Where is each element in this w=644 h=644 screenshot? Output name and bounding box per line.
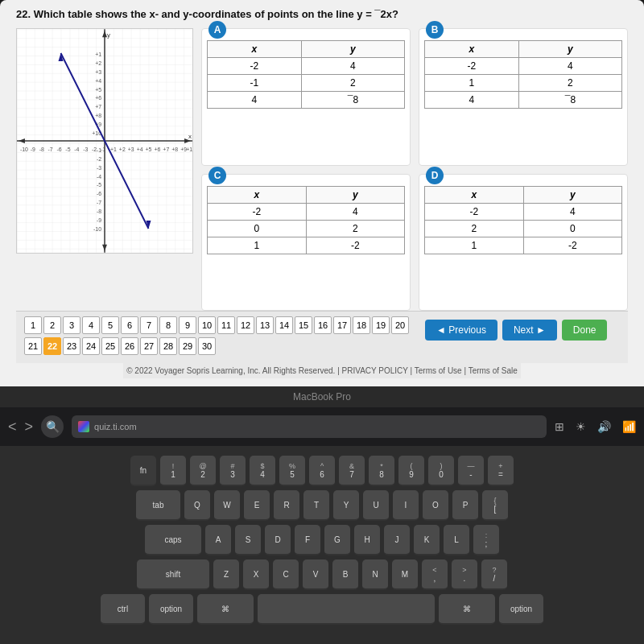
key-option[interactable]: option: [149, 594, 193, 625]
address-bar[interactable]: quiz.ti.com: [72, 415, 547, 438]
nav-number-5[interactable]: 5: [101, 316, 119, 334]
nav-number-16[interactable]: 16: [314, 316, 332, 334]
done-button[interactable]: Done: [562, 320, 608, 341]
favicon-icon: [78, 421, 89, 432]
key-ctrl[interactable]: ctrl: [101, 594, 145, 625]
previous-button[interactable]: ◄ Previous: [425, 320, 497, 341]
key-rparen[interactable]: )0: [428, 456, 454, 486]
key-v[interactable]: V: [303, 559, 328, 590]
option-d[interactable]: D xy -24 20 1-2: [419, 174, 628, 312]
nav-number-17[interactable]: 17: [333, 316, 351, 334]
nav-number-26[interactable]: 26: [121, 337, 138, 355]
key-w[interactable]: W: [214, 490, 240, 521]
nav-number-10[interactable]: 10: [198, 316, 216, 334]
key-fn[interactable]: fn: [130, 456, 156, 486]
nav-number-23[interactable]: 23: [63, 337, 80, 355]
key-j[interactable]: J: [384, 525, 410, 555]
option-c[interactable]: C xy -24 02 1-2: [201, 174, 411, 312]
back-button[interactable]: <: [8, 419, 17, 436]
key-q[interactable]: Q: [184, 490, 210, 521]
svg-text:-10: -10: [93, 226, 101, 232]
volume-icon[interactable]: 🔊: [597, 420, 611, 433]
key-i[interactable]: I: [393, 490, 419, 521]
option-a[interactable]: A xy -24 -12 4¯8: [201, 28, 411, 166]
key-r[interactable]: R: [274, 490, 299, 521]
nav-number-11[interactable]: 11: [217, 316, 235, 334]
key-b[interactable]: B: [332, 559, 358, 590]
key-cmd-left[interactable]: ⌘: [197, 594, 254, 625]
key-y[interactable]: Y: [333, 490, 359, 521]
nav-number-7[interactable]: 7: [140, 316, 158, 334]
key-h[interactable]: H: [354, 525, 380, 555]
key-option-right[interactable]: option: [499, 594, 543, 625]
nav-number-24[interactable]: 24: [82, 337, 100, 355]
forward-button[interactable]: >: [25, 419, 34, 436]
nav-number-1[interactable]: 1: [24, 316, 42, 334]
brightness-icon[interactable]: ☀: [576, 420, 586, 433]
key-c[interactable]: C: [273, 559, 299, 590]
next-button[interactable]: Next ►: [502, 320, 557, 341]
window-icon[interactable]: ⊞: [555, 420, 564, 433]
key-plus[interactable]: +=: [488, 456, 514, 486]
key-a[interactable]: A: [205, 525, 231, 555]
nav-number-21[interactable]: 21: [24, 337, 42, 355]
key-tab[interactable]: tab: [136, 490, 180, 521]
key-d[interactable]: D: [265, 525, 291, 555]
key-p[interactable]: P: [452, 490, 478, 521]
key-lparen[interactable]: (9: [398, 456, 424, 486]
nav-number-8[interactable]: 8: [159, 316, 177, 334]
key-comma[interactable]: <,: [422, 559, 448, 590]
search-button[interactable]: 🔍: [41, 415, 64, 438]
key-z[interactable]: Z: [213, 559, 239, 590]
nav-number-22[interactable]: 22: [43, 337, 61, 355]
key-f[interactable]: F: [295, 525, 320, 555]
key-lbrace[interactable]: {[: [482, 490, 508, 521]
key-amp[interactable]: &7: [339, 456, 365, 486]
key-x[interactable]: X: [243, 559, 269, 590]
key-slash[interactable]: ?/: [481, 559, 507, 590]
key-e[interactable]: E: [244, 490, 270, 521]
nav-number-12[interactable]: 12: [237, 316, 254, 334]
key-minus[interactable]: —-: [458, 456, 484, 486]
key-m[interactable]: M: [392, 559, 418, 590]
key-semi[interactable]: :;: [473, 525, 499, 555]
key-g[interactable]: G: [324, 525, 350, 555]
nav-number-19[interactable]: 19: [372, 316, 390, 334]
key-row-asdf: caps A S D F G H J K L :;: [13, 525, 631, 555]
key-shift-left[interactable]: shift: [137, 559, 209, 590]
key-at[interactable]: @2: [190, 456, 216, 486]
nav-number-18[interactable]: 18: [353, 316, 370, 334]
key-t[interactable]: T: [303, 490, 329, 521]
key-caret[interactable]: ^6: [309, 456, 335, 486]
nav-number-29[interactable]: 29: [179, 337, 196, 355]
nav-number-27[interactable]: 27: [140, 337, 158, 355]
key-excl[interactable]: !1: [160, 456, 186, 486]
nav-number-15[interactable]: 15: [295, 316, 312, 334]
nav-number-25[interactable]: 25: [101, 337, 119, 355]
nav-number-6[interactable]: 6: [121, 316, 138, 334]
nav-number-9[interactable]: 9: [179, 316, 196, 334]
key-s[interactable]: S: [235, 525, 261, 555]
nav-number-3[interactable]: 3: [63, 316, 80, 334]
option-b[interactable]: B xy -24 12 4¯8: [419, 28, 628, 166]
key-star[interactable]: *8: [369, 456, 394, 486]
key-cmd-right[interactable]: ⌘: [439, 594, 495, 625]
nav-number-14[interactable]: 14: [275, 316, 293, 334]
nav-number-2[interactable]: 2: [43, 316, 61, 334]
key-l[interactable]: L: [444, 525, 469, 555]
nav-number-20[interactable]: 20: [391, 316, 409, 334]
key-caps[interactable]: caps: [145, 525, 201, 555]
nav-number-30[interactable]: 30: [198, 337, 216, 355]
key-percent[interactable]: %5: [279, 456, 305, 486]
nav-number-13[interactable]: 13: [256, 316, 274, 334]
key-k[interactable]: K: [414, 525, 440, 555]
key-o[interactable]: O: [423, 490, 448, 521]
key-u[interactable]: U: [363, 490, 389, 521]
key-period[interactable]: >.: [452, 559, 477, 590]
nav-number-28[interactable]: 28: [159, 337, 177, 355]
key-space[interactable]: [258, 594, 435, 625]
key-hash[interactable]: #3: [220, 456, 246, 486]
key-dollar[interactable]: $4: [250, 456, 275, 486]
nav-number-4[interactable]: 4: [82, 316, 100, 334]
key-n[interactable]: N: [362, 559, 388, 590]
